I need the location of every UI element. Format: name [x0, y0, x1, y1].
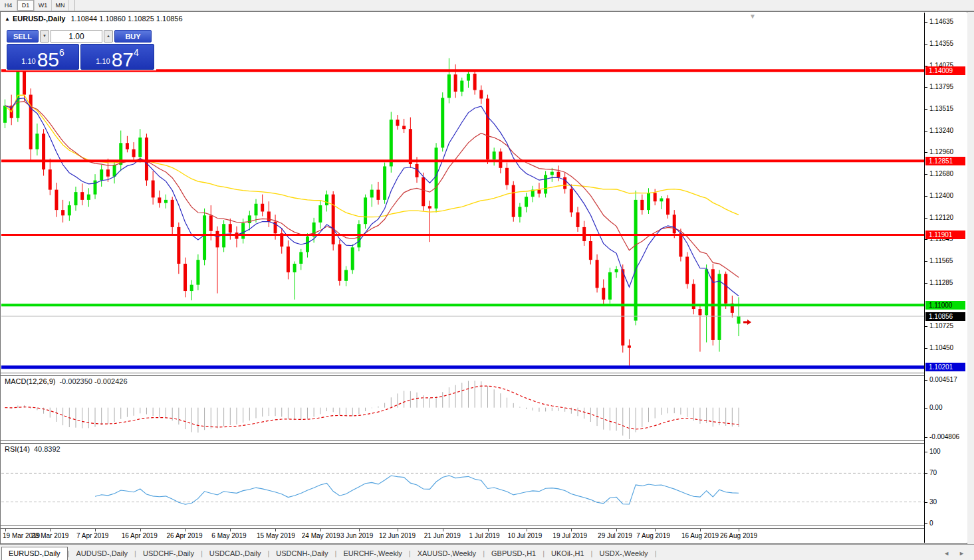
current-price-badge: 1.10856	[925, 312, 965, 321]
candle-body	[402, 126, 406, 129]
panel-splitter[interactable]	[1, 440, 967, 444]
date-label: 19 Jul 2019	[552, 532, 587, 539]
price-tick-mark	[925, 22, 927, 23]
macd-label: MACD(12,26,9)-0.002350 -0.002426	[5, 377, 128, 385]
symbol-tab-usdchf-daily[interactable]: USDCHF-,Daily	[136, 547, 201, 560]
buy-price-main: 87	[112, 50, 134, 70]
symbol-tab-eurusd-daily[interactable]: EURUSD-,Daily	[1, 547, 68, 560]
rsi-panel[interactable]: RSI(14)40.8392	[1, 444, 924, 525]
symbol-tab-audusd-daily[interactable]: AUDUSD-,Daily	[69, 547, 134, 560]
candle-body	[364, 197, 367, 224]
symbol-tab-ukoil-h1[interactable]: UKOil-,H1	[545, 547, 591, 560]
date-tick-mark	[571, 529, 572, 531]
tab-scroll-left-icon[interactable]: ◄	[943, 550, 949, 557]
volume-input[interactable]	[51, 30, 102, 43]
price-axis[interactable]: 1.146351.143551.140751.137951.135151.132…	[924, 13, 967, 543]
date-axis[interactable]: 19 Mar 201928 Mar 20197 Apr 201916 Apr 2…	[1, 529, 924, 543]
buy-button[interactable]: BUY	[114, 30, 152, 43]
volume-increase-button[interactable]: ▲	[104, 30, 113, 43]
chart-shift-marker-icon[interactable]: ▼	[749, 13, 756, 20]
candle-body	[42, 134, 45, 169]
sell-button[interactable]: SELL	[7, 30, 39, 43]
candle-body	[106, 169, 110, 177]
date-label: 26 Apr 2019	[167, 532, 203, 539]
date-tick-mark	[700, 529, 701, 531]
date-tick-mark	[275, 529, 276, 531]
date-label: 28 Mar 2019	[31, 532, 68, 539]
candle-body	[737, 316, 741, 324]
price-tick-label: 1.10450	[929, 344, 953, 351]
date-label: 16 Apr 2019	[122, 532, 158, 539]
sell-price-pip: 6	[59, 47, 64, 58]
candle-body	[344, 270, 348, 280]
timeframe-toolbar: H4D1W1MN	[0, 0, 974, 11]
tab-separator: |	[655, 549, 657, 560]
candle-body	[203, 215, 206, 260]
timeframe-button-d1[interactable]: D1	[17, 0, 35, 11]
symbol-tab-gbpusd-h1[interactable]: GBPUSD-,H1	[485, 547, 543, 560]
candle-body	[435, 147, 438, 208]
candle-body	[132, 149, 136, 157]
symbol-tab-eurchf-weekly[interactable]: EURCHF-,Weekly	[336, 547, 408, 560]
price-tick-mark	[925, 152, 927, 153]
date-tick-mark	[739, 529, 739, 531]
date-tick-mark	[320, 529, 321, 531]
volume-decrease-button[interactable]: ▼	[40, 30, 49, 43]
window-right-margin	[967, 11, 974, 560]
candle-body	[383, 166, 386, 199]
panel-splitter[interactable]	[1, 373, 967, 376]
timeframe-button-h4[interactable]: H4	[0, 0, 17, 11]
candle-body	[608, 272, 612, 300]
candle-body	[196, 260, 199, 285]
candle-body	[505, 168, 509, 185]
macd-signal-line	[5, 386, 739, 429]
candle-body	[338, 244, 341, 281]
collapse-arrow-icon[interactable]: ▲	[5, 16, 10, 22]
tab-scroll-right-icon[interactable]: ►	[959, 550, 965, 557]
date-tick-mark	[398, 529, 398, 531]
candle-body	[647, 193, 650, 210]
symbol-tab-usdcnh-daily[interactable]: USDCNH-,Daily	[269, 547, 334, 560]
price-tick-mark	[925, 502, 927, 503]
date-label: 1 Jul 2019	[469, 532, 500, 539]
candle-body	[261, 204, 264, 212]
date-label: 3 Jun 2019	[340, 532, 374, 539]
candle-body	[473, 74, 477, 90]
symbol-tab-usdx-weekly[interactable]: USDX-,Weekly	[592, 547, 654, 560]
candle-body	[241, 223, 245, 238]
candle-body	[512, 185, 515, 217]
date-tick-mark	[185, 529, 186, 531]
candle-body	[550, 172, 554, 175]
panel-splitter[interactable]	[1, 525, 967, 529]
candle-body	[293, 264, 297, 272]
rsi-line	[95, 476, 739, 504]
candle-body	[724, 274, 727, 304]
macd-panel[interactable]: MACD(12,26,9)-0.002350 -0.002426	[1, 376, 924, 440]
candle-body	[640, 200, 644, 210]
macd-chart	[1, 376, 924, 440]
candle-body	[35, 134, 39, 149]
rsi-axis-label: 30	[929, 498, 937, 506]
timeframe-button-w1[interactable]: W1	[35, 0, 52, 11]
date-tick-mark	[5, 529, 6, 531]
date-label: 24 May 2019	[302, 532, 340, 539]
price-tick-mark	[925, 348, 927, 349]
date-label: 12 Jun 2019	[379, 532, 416, 539]
price-tick-mark	[925, 380, 927, 381]
candle-body	[68, 205, 71, 215]
symbol-tab-xauusd-weekly[interactable]: XAUUSD-,Weekly	[411, 547, 483, 560]
price-tick-label: 1.12960	[929, 148, 953, 155]
candle-body	[267, 211, 271, 221]
date-label: 7 Apr 2019	[76, 532, 108, 539]
candle-body	[215, 231, 219, 248]
date-label: 15 May 2019	[257, 532, 295, 539]
candle-body	[306, 236, 309, 252]
symbol-tab-usdcad-daily[interactable]: USDCAD-,Daily	[203, 547, 268, 560]
candle-body	[615, 269, 618, 272]
candle-body	[537, 190, 541, 194]
price-tick-label: 1.14355	[929, 40, 953, 47]
timeframe-button-mn[interactable]: MN	[52, 0, 69, 11]
candle-body	[698, 309, 701, 315]
rsi-value: 40.8392	[34, 445, 61, 453]
candle-body	[596, 260, 599, 288]
